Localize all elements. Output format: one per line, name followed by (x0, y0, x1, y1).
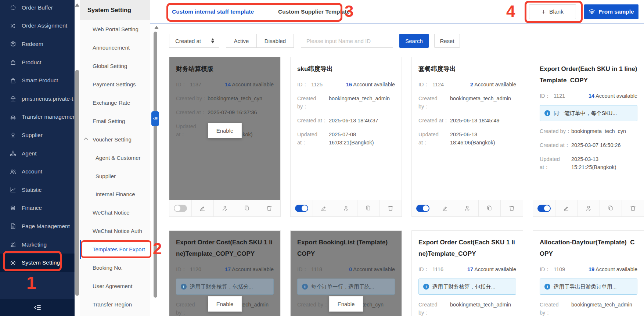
edit-button[interactable] (434, 200, 456, 216)
sidebar-item-transfer-managemer[interactable]: Transfer managemer (0, 108, 75, 126)
submenu-item-wechat-notice[interactable]: WeChat Notice (80, 204, 150, 222)
card-id-row: ID：11242 Account available (418, 80, 516, 89)
submenu-item-label: Exchange Rate (93, 100, 130, 106)
assign-account-button[interactable] (456, 200, 478, 216)
account-available-link[interactable]: 14 Account available (225, 80, 274, 89)
submenu-item-payment-settings[interactable]: Payment Settings (80, 75, 150, 94)
card-toggle[interactable] (416, 205, 429, 212)
blank-button[interactable]: + Blank (529, 4, 576, 19)
account-available-link[interactable]: 0 Account available (349, 265, 395, 273)
sidebar-item-marketing[interactable]: Marketing (0, 236, 75, 254)
submenu-item-templates-for-export[interactable]: Templates For Export (80, 240, 150, 259)
segment-disabled[interactable]: Disabled (257, 34, 294, 47)
sort-caret-icon (211, 38, 214, 43)
collapse-menu-icon[interactable] (33, 304, 42, 312)
delete-button[interactable] (622, 200, 644, 216)
assign-account-button[interactable] (577, 200, 600, 216)
tab-custom-supplier-template[interactable]: Custom Supplier Template (278, 8, 350, 15)
page-icon (10, 223, 16, 229)
redeem-box-icon (10, 41, 16, 47)
enable-button[interactable]: Enable (208, 123, 242, 138)
sidebar-item-supplier[interactable]: Supplier (0, 126, 75, 144)
reset-button[interactable]: Reset (434, 34, 460, 48)
info-label: Created by： (540, 301, 571, 316)
submenu-item-booking-no[interactable]: Booking No. (80, 259, 150, 277)
segment-active[interactable]: Active (226, 34, 257, 47)
submenu-item-exchange-rate[interactable]: Exchange Rate (80, 94, 150, 112)
sidebar-collapse-bar[interactable] (0, 299, 75, 316)
sort-select[interactable]: Created at (169, 34, 219, 48)
delete-button[interactable] (379, 200, 402, 216)
panel-expand-handle[interactable] (151, 111, 159, 126)
sidebar-item-pms-menus-private-t[interactable]: pms.menus.private-t (0, 90, 75, 108)
card-toggle[interactable] (537, 205, 551, 212)
copy-button[interactable] (478, 200, 501, 216)
submenu-item-global-setting[interactable]: Global Setting (80, 57, 150, 75)
submenu-item-web-portal-setting[interactable]: Web Portal Setting (80, 20, 150, 39)
sidebar-item-order-assignment[interactable]: Order Assignment (0, 17, 75, 35)
edit-button[interactable] (191, 200, 214, 216)
sidebar-item-order-buffer[interactable]: Order Buffer (0, 0, 75, 17)
account-available-link[interactable]: 17 Account available (225, 265, 274, 273)
panel-scrollbar-thumb[interactable] (75, 70, 79, 296)
copy-button[interactable] (236, 200, 258, 216)
from-sample-label: From sample (598, 8, 634, 15)
account-available-link[interactable]: 14 Account available (589, 92, 637, 100)
edit-icon (442, 205, 448, 212)
info-label: Created by： (297, 301, 329, 309)
card-id-row: ID：113714 Account available (176, 80, 274, 89)
sidebar-item-label: System Setting (22, 259, 60, 266)
sidebar-item-label: Order Buffer (22, 4, 53, 11)
edit-button[interactable] (555, 200, 578, 216)
copy-button[interactable] (357, 200, 379, 216)
sidebar-item-redeem[interactable]: Redeem (0, 35, 75, 53)
search-button[interactable]: Search (399, 34, 429, 48)
submenu-item-voucher-setting[interactable]: Voucher Setting (80, 130, 150, 148)
submenu-item-internal-finance[interactable]: Internal Finance (80, 185, 150, 204)
sidebar-item-product[interactable]: Product (0, 53, 75, 72)
sidebar-item-smart-product[interactable]: Smart Product (0, 71, 75, 90)
sidebar-item-account[interactable]: Account (0, 162, 75, 181)
account-available-link[interactable]: 16 Account available (346, 80, 395, 89)
sidebar-item-statistic[interactable]: Statistic (0, 181, 75, 199)
delete-button[interactable] (258, 200, 280, 216)
assign-account-button[interactable] (335, 200, 357, 216)
account-available-link[interactable]: 2 Account available (470, 80, 516, 89)
account-available-link[interactable]: 17 Account available (467, 265, 516, 273)
enable-button[interactable]: Enable (208, 296, 242, 312)
sidebar-item-page-management[interactable]: Page Management (0, 217, 75, 236)
submenu-item-transfer-region[interactable]: Transfer Region (80, 295, 150, 313)
submenu-item-agent-customer[interactable]: Agent & Customer (80, 148, 150, 167)
id-label: ID： (176, 80, 190, 89)
sidebar-item-agent[interactable]: Agent (0, 144, 75, 163)
main-scroll-up-arrow[interactable] (154, 26, 159, 29)
outdent-icon (153, 116, 158, 121)
submenu-item-announcement[interactable]: Announcement (80, 39, 150, 57)
submenu-item-supplier[interactable]: Supplier (80, 167, 150, 185)
trash-icon (387, 205, 394, 212)
copy-button[interactable] (600, 200, 622, 216)
template-card: Export Order(Each SKU in 1 line)Template… (533, 57, 644, 217)
copy-icon (608, 205, 614, 212)
info-label: Created by： (418, 94, 450, 111)
search-input[interactable] (301, 34, 393, 48)
panel-scroll-up-arrow[interactable] (75, 3, 79, 7)
from-sample-button[interactable]: From sample (584, 4, 638, 19)
sidebar-item-finance[interactable]: Finance (0, 199, 75, 218)
tab-custom-internal-staff-template[interactable]: Custom internal staff template (172, 8, 254, 15)
submenu-item-wechat-notice-auth[interactable]: WeChat Notice Auth (80, 222, 150, 240)
medal-icon (10, 132, 16, 138)
submenu-item-email-setting[interactable]: Email Setting (80, 112, 150, 130)
card-toggle[interactable] (174, 205, 187, 212)
submenu-item-user-agreement[interactable]: User Agreement (80, 277, 150, 295)
main-scrollbar-thumb[interactable] (154, 32, 157, 298)
account-available-link[interactable]: 19 Account available (589, 265, 637, 273)
edit-button[interactable] (313, 200, 335, 216)
card-toggle[interactable] (295, 205, 308, 212)
delete-button[interactable] (500, 200, 523, 216)
assign-account-button[interactable] (213, 200, 236, 216)
card-toggle-cell (533, 200, 555, 216)
card-id-row: ID：111617 Account available (418, 265, 516, 273)
enable-button[interactable]: Enable (329, 296, 363, 312)
sidebar-item-system-setting[interactable]: System Setting (0, 254, 75, 272)
